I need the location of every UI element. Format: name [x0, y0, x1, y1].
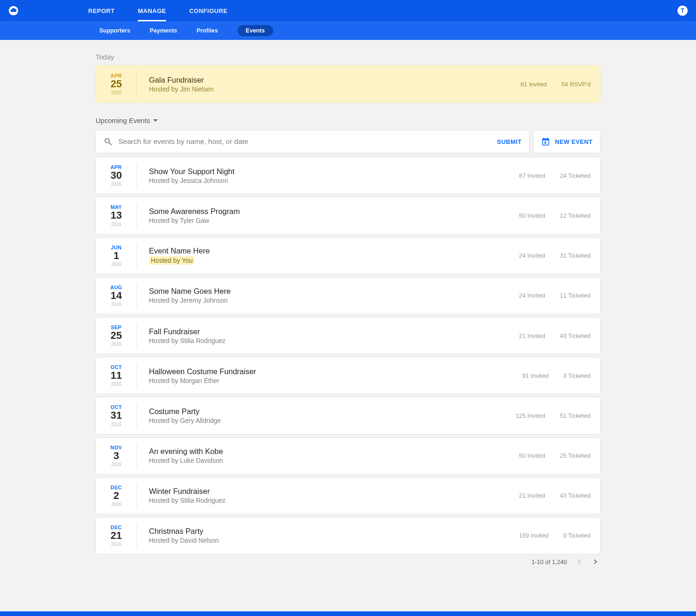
event-date: APR 25 2016	[96, 72, 137, 96]
event-date-month: NOV	[96, 445, 136, 450]
event-date: MAY 13 2016	[96, 203, 137, 227]
event-invited-count: 87 Invited	[519, 172, 545, 179]
event-date-day: 21	[96, 530, 136, 541]
pagination-range: 1-10 of 1,240	[531, 558, 567, 565]
event-secondary-count: 31 Ticketed	[560, 252, 591, 259]
secondary-nav-item[interactable]: Events	[238, 25, 273, 36]
event-card[interactable]: MAY 13 2016 Some Awareness Program Hoste…	[96, 197, 600, 234]
event-title: Event Name Here	[149, 246, 519, 255]
today-section-label: Today	[96, 53, 600, 61]
event-date-day: 2	[96, 490, 136, 501]
separator-dot: ·	[552, 212, 554, 219]
event-host: Hosted by Luke Davidson	[149, 457, 223, 464]
user-avatar-initial: T	[681, 7, 684, 14]
event-date: SEP 25 2016	[96, 324, 137, 348]
separator-dot: ·	[552, 332, 554, 339]
pagination-next-button[interactable]	[591, 557, 600, 566]
event-date-day: 3	[96, 450, 136, 461]
cloud-logo-icon	[8, 6, 19, 16]
event-date: DEC 21 2016	[96, 524, 137, 548]
event-card[interactable]: JUN 1 2016 Event Name Here Hosted by You…	[96, 237, 600, 274]
main-content: Today APR 25 2016 Gala Fundraiser Hosted…	[96, 40, 600, 611]
event-card[interactable]: APR 30 2016 Show Your Support Night Host…	[96, 157, 600, 194]
event-secondary-count: 3 Ticketed	[563, 372, 591, 379]
event-date: OCT 31 2016	[96, 403, 137, 428]
event-card[interactable]: DEC 2 2016 Winter Fundraiser Hosted by S…	[96, 477, 600, 514]
event-date-year: 2016	[96, 342, 136, 347]
search-box: SUBMIT	[96, 130, 529, 153]
today-event-card[interactable]: APR 25 2016 Gala Fundraiser Hosted by Ji…	[96, 65, 600, 103]
event-secondary-count: 24 Ticketed	[560, 172, 591, 179]
event-date-day: 25	[96, 330, 136, 341]
event-card[interactable]: AUG 14 2016 Some Name Goes Here Hosted b…	[96, 277, 600, 314]
upcoming-events-dropdown[interactable]: Upcoming Events	[96, 117, 600, 124]
event-invited-count: 91 Invited	[522, 372, 548, 379]
event-card[interactable]: OCT 31 2016 Costume Party Hosted by Gery…	[96, 397, 600, 434]
event-title: Show Your Support Night	[149, 167, 519, 176]
separator-dot: ·	[552, 412, 554, 419]
primary-nav-item[interactable]: REPORT	[88, 0, 115, 21]
event-title: Gala Fundraiser	[149, 76, 521, 84]
event-date-month: DEC	[96, 485, 136, 490]
event-card[interactable]: NOV 3 2016 An evening with Kobe Hosted b…	[96, 437, 600, 474]
event-card[interactable]: OCT 11 2016 Halloween Costume Fundraiser…	[96, 357, 600, 394]
event-invited-count: 24 Invited	[519, 292, 545, 299]
event-invited-count: 159 Invited	[519, 532, 549, 539]
app-logo[interactable]	[8, 0, 19, 21]
separator-dot: ·	[552, 172, 554, 179]
event-date-month: JUN	[96, 245, 136, 250]
event-secondary-count: 43 Ticketed	[560, 492, 591, 499]
calendar-plus-icon	[541, 137, 550, 146]
event-title: Some Name Goes Here	[149, 287, 519, 296]
pagination: 1-10 of 1,240	[96, 557, 600, 566]
event-date-year: 2016	[96, 182, 136, 187]
event-host: Hosted by Stilia Rodriguez	[149, 497, 226, 504]
secondary-nav-item[interactable]: Profiles	[197, 27, 218, 34]
primary-nav-item[interactable]: MANAGE	[138, 0, 166, 21]
event-date-day: 11	[96, 370, 136, 381]
event-card[interactable]: DEC 21 2016 Christmas Party Hosted by Da…	[96, 517, 600, 554]
new-event-label: NEW EVENT	[555, 138, 593, 145]
event-date-year: 2016	[96, 542, 136, 547]
event-invited-count: 125 Invited	[516, 412, 545, 419]
topbar: REPORTMANAGECONFIGURE T	[0, 0, 696, 21]
event-date-month: AUG	[96, 285, 136, 290]
pagination-prev-button[interactable]	[574, 557, 584, 566]
chevron-left-icon	[574, 557, 584, 566]
event-card[interactable]: SEP 25 2016 Fall Fundraiser Hosted by St…	[96, 317, 600, 354]
primary-nav-item[interactable]: CONFIGURE	[189, 0, 228, 21]
event-invited-count: 24 Invited	[519, 252, 545, 259]
search-submit-button[interactable]: SUBMIT	[497, 138, 522, 145]
event-date-day: 14	[96, 290, 136, 301]
search-input[interactable]	[117, 137, 497, 146]
event-secondary-count: 25 Ticketed	[560, 452, 591, 459]
event-host: Hosted by Tyler Gaw	[149, 217, 209, 224]
user-avatar[interactable]: T	[677, 6, 688, 16]
event-secondary-count: 0 Ticketed	[563, 532, 591, 539]
event-date: NOV 3 2016	[96, 444, 137, 468]
separator-dot: ·	[553, 81, 555, 88]
event-title: Fall Fundraiser	[149, 327, 519, 336]
footer-bar	[0, 611, 696, 616]
event-host: Hosted by Morgan Ether	[149, 377, 219, 384]
event-date-year: 2016	[96, 222, 136, 227]
caret-down-icon	[153, 119, 158, 122]
event-date-day: 1	[96, 250, 136, 261]
event-host: Hosted by David Nelson	[149, 537, 219, 544]
event-date-year: 2016	[96, 382, 136, 387]
event-title: Some Awareness Program	[149, 207, 519, 216]
secondary-nav-item[interactable]: Payments	[150, 27, 177, 34]
separator-dot: ·	[552, 292, 554, 299]
event-host: Hosted by Gery Alldridge	[149, 417, 221, 424]
event-date: DEC 2 2016	[96, 484, 137, 508]
event-invited-count: 50 Invited	[519, 212, 545, 219]
event-date-day: 31	[96, 410, 136, 421]
event-host: Hosted by You	[149, 256, 194, 265]
separator-dot: ·	[555, 532, 557, 539]
new-event-button[interactable]: NEW EVENT	[533, 130, 600, 153]
secondary-nav: SupportersPaymentsProfilesEvents	[0, 21, 696, 40]
event-secondary-count: 11 Ticketed	[560, 292, 591, 299]
event-date: AUG 14 2016	[96, 284, 137, 308]
separator-dot: ·	[552, 252, 554, 259]
secondary-nav-item[interactable]: Supporters	[99, 27, 130, 34]
